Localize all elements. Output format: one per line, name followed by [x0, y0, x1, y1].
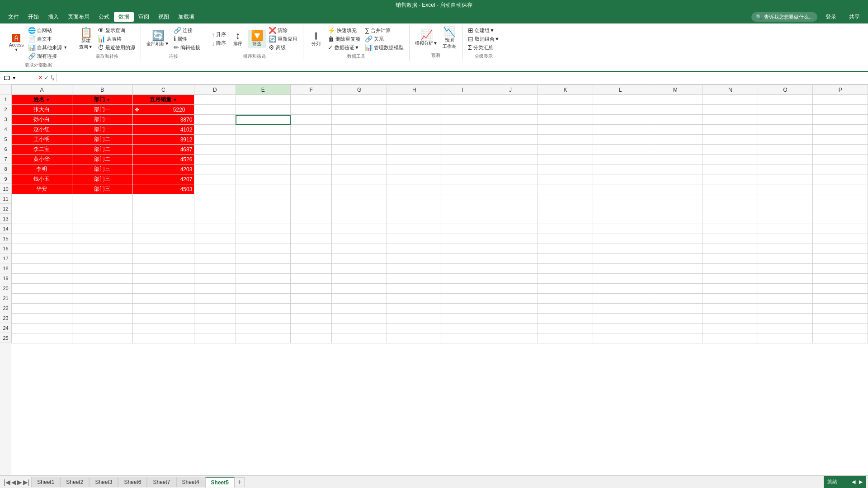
cell-M8[interactable]	[648, 164, 703, 174]
btn-from-table[interactable]: 📊 从表格	[96, 35, 137, 43]
cell-H2[interactable]	[387, 105, 442, 115]
col-header-G[interactable]: G	[332, 85, 387, 95]
btn-connections[interactable]: 🔗 连接	[172, 26, 202, 34]
menu-item-review[interactable]: 审阅	[134, 12, 154, 22]
cell-O2[interactable]	[758, 105, 813, 115]
cell-P1[interactable]	[813, 95, 868, 105]
cell-O3[interactable]	[758, 115, 813, 125]
cell-I7[interactable]	[442, 155, 483, 164]
sheet-tab-sheet4[interactable]: Sheet4	[176, 477, 205, 487]
cell-M3[interactable]	[648, 115, 703, 125]
cell-F10[interactable]	[291, 184, 332, 194]
cell-F7[interactable]	[291, 155, 332, 164]
cell-O6[interactable]	[758, 145, 813, 155]
confirm-formula-icon[interactable]: ✓	[44, 75, 49, 81]
cell-L5[interactable]	[593, 135, 648, 145]
cell-D7[interactable]	[194, 155, 236, 164]
cell-K6[interactable]	[538, 145, 593, 155]
cell-N1[interactable]	[703, 95, 758, 105]
cell-A4[interactable]: 赵小红	[12, 125, 72, 135]
cell-A5[interactable]: 王小明	[12, 135, 72, 145]
cell-H6[interactable]	[387, 145, 442, 155]
cell-E10[interactable]	[236, 184, 291, 194]
cell-B7[interactable]: 部门二	[72, 155, 132, 164]
cell-F2[interactable]	[291, 105, 332, 115]
col-header-I[interactable]: I	[442, 85, 483, 95]
cell-P8[interactable]	[813, 164, 868, 174]
cell-C6[interactable]: 4687	[132, 145, 194, 155]
col-header-A[interactable]: A	[12, 85, 72, 95]
cell-D8[interactable]	[194, 164, 236, 174]
btn-sort-asc[interactable]: ↑ 升序	[210, 31, 228, 39]
insert-function-icon[interactable]: fx	[51, 74, 54, 81]
cell-K4[interactable]	[538, 125, 593, 135]
btn-text[interactable]: 📄 自文本	[26, 35, 69, 43]
cell-F9[interactable]	[291, 174, 332, 184]
cell-K9[interactable]	[538, 174, 593, 184]
cell-D3[interactable]	[194, 115, 236, 125]
cell-F5[interactable]	[291, 135, 332, 145]
cell-D9[interactable]	[194, 174, 236, 184]
btn-access[interactable]: 🅰 Access ▼	[7, 33, 25, 53]
cell-N10[interactable]	[703, 184, 758, 194]
btn-subtotal[interactable]: Σ 分类汇总	[466, 43, 501, 52]
cell-F3[interactable]	[291, 115, 332, 125]
cell-L3[interactable]	[593, 115, 648, 125]
cell-D6[interactable]	[194, 145, 236, 155]
cell-H8[interactable]	[387, 164, 442, 174]
cell-D5[interactable]	[194, 135, 236, 145]
cell-reference[interactable]: E3 ▼	[0, 75, 36, 81]
cell-C9[interactable]: 4207	[132, 174, 194, 184]
cell-G4[interactable]	[332, 125, 387, 135]
col-header-F[interactable]: F	[291, 85, 332, 95]
cell-L1[interactable]	[593, 95, 648, 105]
cell-E8[interactable]	[236, 164, 291, 174]
cell-E9[interactable]	[236, 174, 291, 184]
col-header-H[interactable]: H	[387, 85, 442, 95]
login-button[interactable]: 登录	[821, 12, 841, 22]
cell-L6[interactable]	[593, 145, 648, 155]
btn-create-group[interactable]: ⊞ 创建组▼	[466, 26, 501, 34]
cell-E7[interactable]	[236, 155, 291, 164]
cell-L2[interactable]	[593, 105, 648, 115]
cell-P2[interactable]	[813, 105, 868, 115]
cell-G8[interactable]	[332, 164, 387, 174]
cell-O7[interactable]	[758, 155, 813, 164]
btn-data-model[interactable]: 📊 管理数据模型	[363, 43, 406, 52]
scroll-left-btn[interactable]: ◀	[852, 479, 855, 485]
cell-A9[interactable]: 钱小五	[12, 174, 72, 184]
cell-C1[interactable]: 五月销量 ▼	[132, 95, 194, 105]
cell-G1[interactable]	[332, 95, 387, 105]
btn-clear[interactable]: ❌ 清除	[267, 26, 299, 34]
cell-G10[interactable]	[332, 184, 387, 194]
cell-A3[interactable]: 孙小白	[12, 115, 72, 125]
cell-C8[interactable]: 4203	[132, 164, 194, 174]
cancel-formula-icon[interactable]: ✕	[38, 75, 42, 81]
cell-A7[interactable]: 黄小华	[12, 155, 72, 164]
cell-N9[interactable]	[703, 174, 758, 184]
btn-show-query[interactable]: 👁 显示查询	[96, 26, 137, 34]
cell-A8[interactable]: 李明	[12, 164, 72, 174]
share-button[interactable]: 共享	[844, 12, 864, 22]
cell-D2[interactable]	[194, 105, 236, 115]
btn-advanced[interactable]: ⚙ 高级	[267, 43, 299, 52]
btn-sort-desc[interactable]: ↓ 降序	[210, 39, 228, 47]
cell-G6[interactable]	[332, 145, 387, 155]
cell-I8[interactable]	[442, 164, 483, 174]
cell-E5[interactable]	[236, 135, 291, 145]
cell-K2[interactable]	[538, 105, 593, 115]
cell-M10[interactable]	[648, 184, 703, 194]
cell-J10[interactable]	[483, 184, 538, 194]
tab-nav-next[interactable]: ▶	[17, 479, 22, 486]
col-header-J[interactable]: J	[483, 85, 538, 95]
cell-E3[interactable]	[236, 115, 291, 125]
cell-H3[interactable]	[387, 115, 442, 125]
cell-J1[interactable]	[483, 95, 538, 105]
cell-ref-dropdown[interactable]: ▼	[12, 76, 16, 80]
filter-dropdown-B1[interactable]: ▼	[106, 98, 110, 102]
btn-split-col[interactable]: ⫿ 分列	[307, 30, 325, 48]
cell-I5[interactable]	[442, 135, 483, 145]
filter-dropdown-A1[interactable]: ▼	[46, 98, 50, 102]
cell-A10[interactable]: 华安	[12, 184, 72, 194]
cell-I10[interactable]	[442, 184, 483, 194]
